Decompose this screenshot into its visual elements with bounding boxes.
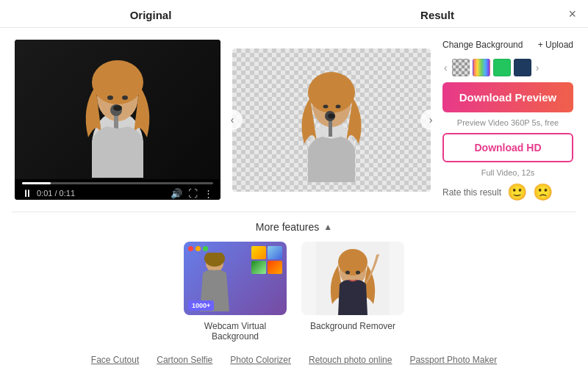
svg-point-15 — [328, 114, 335, 119]
footer-links: Face Cutout Cartoon Selfie Photo Coloriz… — [15, 352, 573, 368]
gradient-swatch[interactable] — [473, 59, 490, 76]
more-features-label: More features — [256, 221, 319, 233]
prev-frame-button[interactable]: ‹ — [222, 109, 243, 130]
bg-remover-preview — [316, 242, 390, 315]
svg-point-7 — [113, 105, 122, 111]
footer-link-face-cutout[interactable]: Face Cutout — [91, 355, 139, 365]
result-panel: ‹ — [232, 40, 431, 200]
dot-red — [188, 246, 193, 251]
more-features-section: More features ▲ — [0, 212, 588, 377]
features-cards: 1000+ Webcam Virtual Background — [15, 242, 573, 342]
thumb-3 — [251, 261, 266, 274]
footer-link-photo-colorizer[interactable]: Photo Colorizer — [230, 355, 291, 365]
swatch-next-button[interactable]: › — [534, 62, 541, 73]
thumbs-down-button[interactable]: 🙁 — [533, 183, 553, 202]
change-bg-header: Change Background + Upload — [442, 40, 573, 50]
green-swatch[interactable] — [493, 59, 511, 76]
thumb-1 — [251, 246, 266, 259]
bg-remover-card-label: Background Remover — [310, 321, 395, 331]
controls-panel: Change Background + Upload ‹ › Download … — [442, 40, 573, 200]
change-bg-label: Change Background — [442, 40, 523, 50]
svg-point-13 — [323, 105, 329, 109]
fullscreen-icon[interactable]: ⛶ — [188, 188, 198, 199]
result-preview — [232, 48, 431, 192]
bg-remover-card-bg — [301, 242, 404, 315]
time-display: 0:01 / 0:11 — [37, 189, 75, 198]
webcam-card-image: 1000+ — [184, 242, 287, 315]
controls-row: ⏸ 0:01 / 0:11 🔊 ⛶ ⋮ — [22, 187, 213, 199]
controls-right: 🔊 ⛶ ⋮ — [171, 188, 213, 199]
video-preview — [15, 40, 220, 179]
svg-point-2 — [92, 60, 143, 104]
rate-row: Rate this result 🙂 🙁 — [442, 183, 573, 202]
svg-point-5 — [107, 95, 113, 100]
svg-point-10 — [308, 72, 355, 113]
svg-point-22 — [356, 271, 360, 275]
webcam-card-label: Webcam Virtual Background — [184, 321, 287, 342]
footer-link-retouch[interactable]: Retouch photo online — [309, 355, 392, 365]
mac-dots — [188, 246, 208, 251]
transparent-swatch[interactable] — [452, 59, 470, 76]
svg-point-20 — [338, 249, 368, 275]
dot-yellow — [196, 246, 201, 251]
svg-point-14 — [336, 105, 341, 109]
rate-label: Rate this result — [442, 187, 501, 198]
next-frame-button[interactable]: › — [420, 109, 441, 130]
thumbnail-grid — [251, 246, 282, 274]
progress-fill — [22, 182, 51, 184]
swatch-prev-button[interactable]: ‹ — [442, 62, 449, 73]
main-container: Original Result × — [0, 0, 588, 379]
footer-link-passport[interactable]: Passport Photo Maker — [409, 355, 497, 365]
svg-point-21 — [345, 271, 350, 275]
header-row: Original Result × — [0, 0, 588, 28]
close-button[interactable]: × — [568, 7, 576, 21]
navy-swatch[interactable] — [514, 59, 531, 76]
download-preview-button[interactable]: Download Preview — [442, 82, 573, 112]
video-controls: ⏸ 0:01 / 0:11 🔊 ⛶ ⋮ — [15, 179, 220, 200]
header-original: Original — [15, 9, 287, 21]
dot-green — [203, 246, 208, 251]
thumb-4 — [268, 261, 282, 274]
content-area: ⏸ 0:01 / 0:11 🔊 ⛶ ⋮ ‹ — [0, 28, 588, 212]
thumbs-up-button[interactable]: 🙂 — [507, 183, 527, 202]
bg-remover-card-image — [301, 242, 404, 315]
volume-icon[interactable]: 🔊 — [171, 188, 182, 199]
singer-original-image — [59, 42, 176, 178]
color-swatches-row: ‹ › — [442, 59, 573, 76]
more-icon[interactable]: ⋮ — [204, 188, 213, 199]
original-video-panel: ⏸ 0:01 / 0:11 🔊 ⛶ ⋮ — [15, 40, 220, 200]
header-result: Result — [301, 9, 573, 21]
preview-info: Preview Video 360P 5s, free — [442, 118, 573, 127]
hd-info: Full Video, 12s — [442, 168, 573, 177]
more-features-header: More features ▲ — [15, 221, 573, 233]
thumb-2 — [268, 246, 282, 259]
pause-icon[interactable]: ⏸ — [22, 187, 32, 199]
webcam-feature-card[interactable]: 1000+ Webcam Virtual Background — [184, 242, 287, 342]
svg-point-6 — [122, 95, 128, 100]
feature-badge: 1000+ — [188, 300, 214, 311]
progress-bar[interactable] — [22, 182, 213, 184]
bg-remover-feature-card[interactable]: Background Remover — [301, 242, 404, 342]
collapse-icon[interactable]: ▲ — [323, 222, 332, 232]
footer-link-cartoon-selfie[interactable]: Cartoon Selfie — [157, 355, 212, 365]
download-hd-button[interactable]: Download HD — [442, 133, 573, 162]
singer-cutout-image — [284, 57, 379, 182]
upload-link[interactable]: + Upload — [538, 40, 573, 50]
